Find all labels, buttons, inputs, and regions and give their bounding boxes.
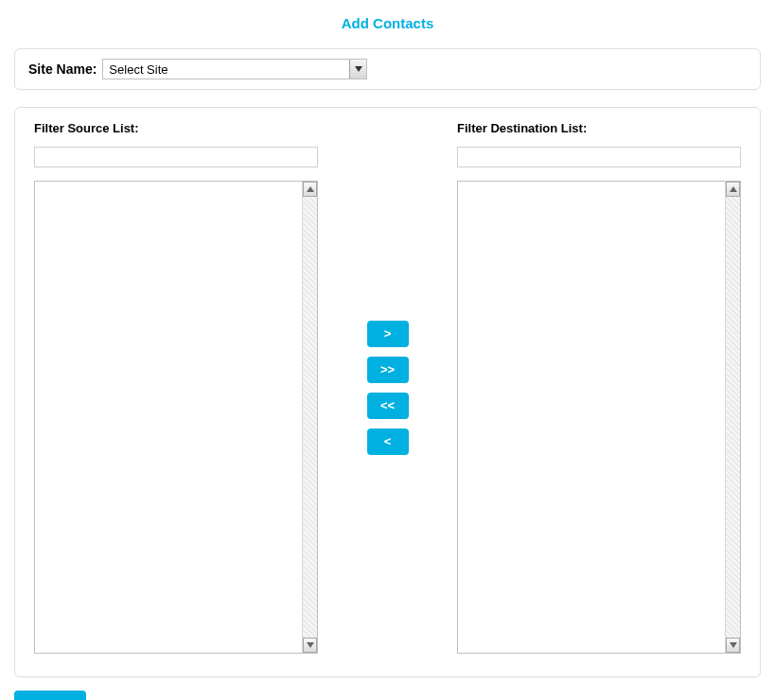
move-all-right-button[interactable]: >> bbox=[367, 357, 409, 383]
page-title: Add Contacts bbox=[14, 15, 761, 31]
scroll-down-icon[interactable] bbox=[303, 638, 317, 653]
scroll-up-icon[interactable] bbox=[303, 182, 317, 197]
move-all-left-button[interactable]: << bbox=[367, 393, 409, 419]
dropdown-arrow-icon bbox=[349, 60, 366, 79]
destination-filter-input[interactable] bbox=[457, 147, 741, 167]
destination-column: Filter Destination List: bbox=[457, 121, 741, 654]
site-panel: Site Name: Select Site bbox=[14, 48, 761, 90]
transfer-buttons: > >> << < bbox=[318, 121, 457, 654]
destination-listbox[interactable] bbox=[457, 181, 741, 654]
destination-scrollbar[interactable] bbox=[725, 182, 740, 653]
site-name-select-value: Select Site bbox=[103, 62, 349, 77]
svg-marker-2 bbox=[307, 642, 314, 648]
scroll-up-icon[interactable] bbox=[726, 182, 740, 197]
source-filter-input[interactable] bbox=[34, 147, 318, 167]
move-left-button[interactable]: < bbox=[367, 429, 409, 455]
svg-marker-1 bbox=[307, 186, 314, 192]
source-listbox[interactable] bbox=[34, 181, 318, 654]
scroll-down-icon[interactable] bbox=[726, 638, 740, 653]
submit-button[interactable]: Submit bbox=[14, 691, 86, 700]
source-label: Filter Source List: bbox=[34, 121, 318, 135]
move-right-button[interactable]: > bbox=[367, 321, 409, 347]
site-name-label: Site Name: bbox=[28, 61, 97, 77]
source-column: Filter Source List: bbox=[34, 121, 318, 654]
svg-marker-4 bbox=[730, 642, 737, 648]
svg-marker-0 bbox=[355, 66, 362, 72]
destination-label: Filter Destination List: bbox=[457, 121, 741, 135]
source-scrollbar[interactable] bbox=[302, 182, 317, 653]
dual-list-panel: Filter Source List: > >> << < Filter Des… bbox=[14, 107, 761, 677]
site-name-select[interactable]: Select Site bbox=[102, 59, 367, 79]
svg-marker-3 bbox=[730, 186, 737, 192]
